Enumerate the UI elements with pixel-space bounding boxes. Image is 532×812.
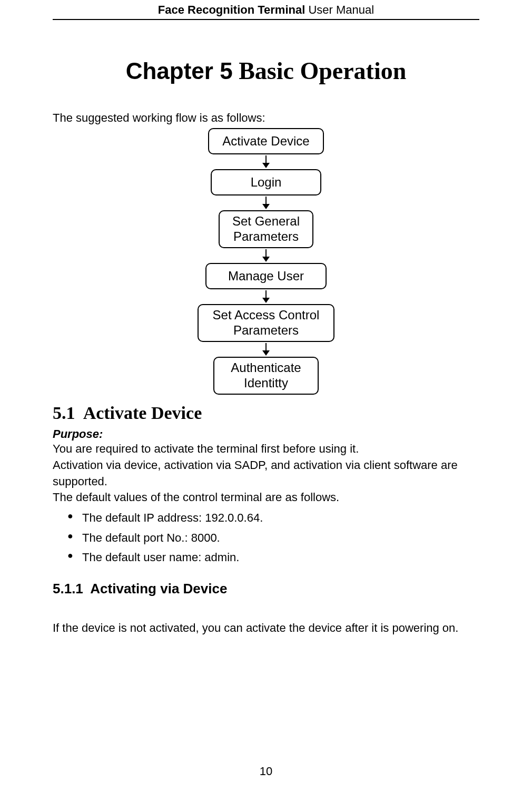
arrow-icon	[262, 155, 270, 168]
subsection-title: 5.1.1 Activating via Device	[53, 581, 479, 597]
flow-diagram: Activate Device Login Set General Parame…	[53, 128, 479, 395]
arrow-icon	[262, 249, 270, 262]
chapter-part2: Basic Operation	[233, 57, 407, 84]
section-number: 5.1	[53, 403, 75, 423]
subsection-number: 5.1.1	[53, 581, 83, 596]
section-name: Activate Device	[83, 403, 202, 423]
bullet-list: The default IP address: 192.0.0.64. The …	[53, 508, 479, 567]
arrow-icon	[262, 197, 270, 209]
header-regular: User Manual	[305, 3, 374, 16]
chapter-part1: Chapter 5	[126, 58, 233, 84]
list-item: The default port No.: 8000.	[67, 528, 479, 547]
chapter-title: Chapter 5 Basic Operation	[53, 57, 479, 85]
list-item: The default user name: admin.	[67, 547, 479, 567]
header-rule	[53, 19, 479, 20]
flow-box-set-access-control-parameters: Set Access Control Parameters	[198, 304, 334, 342]
flow-box-set-general-parameters: Set General Parameters	[219, 210, 313, 248]
arrow-icon	[262, 290, 270, 303]
list-item: The default IP address: 192.0.0.64.	[67, 508, 479, 527]
paragraph: You are required to activate the termina…	[53, 441, 479, 457]
flow-box-authenticate-identity: Authenticate Identitty	[213, 357, 319, 395]
section-title: 5.1 Activate Device	[53, 403, 479, 423]
flow-box-login: Login	[211, 169, 321, 195]
arrow-icon	[262, 343, 270, 356]
header-bold: Face Recognition Terminal	[158, 3, 306, 16]
page-number: 10	[0, 765, 532, 778]
purpose-label: Purpose:	[53, 427, 479, 441]
subsection-name: Activating via Device	[90, 581, 227, 596]
paragraph: The default values of the control termin…	[53, 490, 479, 506]
flow-box-manage-user: Manage User	[205, 263, 327, 289]
flow-box-activate-device: Activate Device	[208, 128, 324, 154]
paragraph: Activation via device, activation via SA…	[53, 457, 479, 490]
paragraph: If the device is not activated, you can …	[53, 620, 479, 637]
intro-text: The suggested working flow is as follows…	[53, 111, 479, 125]
page-header: Face Recognition Terminal User Manual	[53, 0, 479, 17]
